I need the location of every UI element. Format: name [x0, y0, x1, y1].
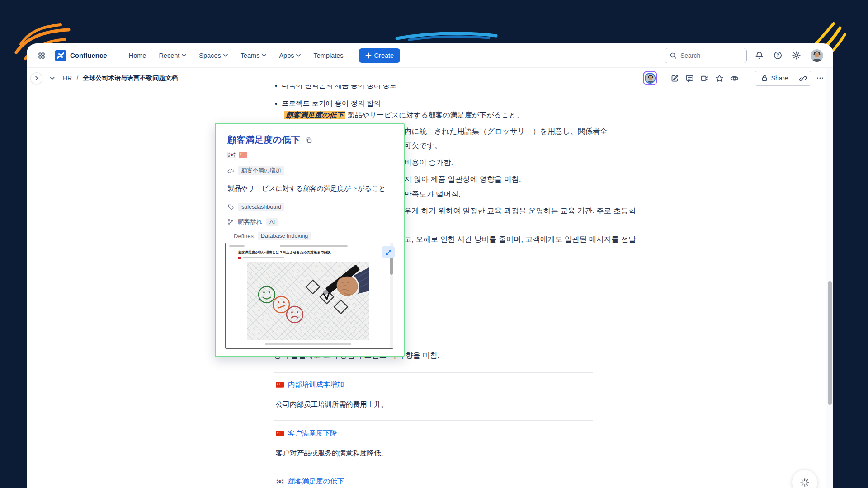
- expand-icon: [385, 249, 392, 256]
- scrollbar-track[interactable]: [826, 68, 833, 488]
- edit-icon: [670, 74, 679, 83]
- share-group: Share: [755, 71, 811, 86]
- breadcrumb-expand-button[interactable]: [48, 75, 57, 82]
- top-nav: Confluence Home Recent Spaces T: [27, 43, 833, 68]
- collaborator-avatar: [645, 73, 656, 84]
- document-text-fragment: 内に統一された用語集（グロッサリー）を用意し、関係者全: [404, 126, 608, 136]
- page-toolbar: Share: [643, 71, 826, 86]
- breadcrumb-space[interactable]: HR: [63, 75, 72, 82]
- star-icon: [715, 74, 724, 83]
- synonym-text: 顧客離れ: [238, 218, 262, 226]
- bullet-icon: •: [275, 99, 277, 109]
- glossary-entry-link-row: 内部培训成本增加: [276, 380, 344, 389]
- search-box[interactable]: [665, 48, 747, 63]
- active-collaborator-button[interactable]: [643, 71, 657, 85]
- confluence-logo: [55, 50, 66, 61]
- glossary-entry-link[interactable]: 顧客満足度の低下: [288, 477, 344, 486]
- glossary-entry-link[interactable]: 客户满意度下降: [288, 429, 337, 438]
- share-button[interactable]: Share: [755, 71, 794, 85]
- smiley-survey-illustration: [247, 262, 369, 340]
- copy-term-button[interactable]: [304, 136, 313, 145]
- glossary-highlight-line: 顧客満足度の低下 製品やサービスに対する顧客の満足度が下がること。: [284, 110, 524, 120]
- mini-browser-header-bar: [229, 245, 245, 247]
- term-image-preview[interactable]: 顧客満足度が低い理由とは？向上させるための対策まで解説: [225, 243, 393, 349]
- comment-button[interactable]: [684, 72, 696, 84]
- profile-button[interactable]: [809, 47, 825, 64]
- settings-button[interactable]: [790, 49, 802, 61]
- edit-button[interactable]: [669, 72, 681, 84]
- nav-menu: Home Recent Spaces Teams: [124, 49, 348, 62]
- help-icon: ?: [774, 51, 782, 60]
- video-icon: [700, 74, 709, 83]
- watch-button[interactable]: [728, 72, 741, 84]
- nav-item-spaces[interactable]: Spaces: [194, 49, 232, 62]
- glossary-entry-body: 公司内部员工培训所需的费用上升。: [276, 400, 388, 409]
- screen: Confluence Home Recent Spaces T: [0, 0, 868, 488]
- synonym-row: 顧客離れ AI: [227, 218, 395, 226]
- china-flag-icon: [276, 431, 284, 436]
- nav-item-home[interactable]: Home: [124, 49, 151, 62]
- eye-icon: [730, 74, 739, 83]
- defines-row: Defines Database Indexing: [234, 232, 395, 240]
- glossary-entry-body: 客户对产品或服务的满意程度降低。: [276, 449, 388, 458]
- brand[interactable]: Confluence: [55, 50, 107, 61]
- document-text-fragment: 만족도가 떨어짐.: [404, 188, 461, 199]
- document-text-fragment: 고, 오해로 인한 시간 낭비를 줄이며, 고객에게도 일관된 메시지를 전달: [404, 234, 636, 244]
- nav-left: Confluence Home Recent Spaces T: [36, 48, 400, 63]
- spinner-icon: [800, 478, 810, 488]
- app-grid-icon: [38, 52, 46, 60]
- china-flag-icon: [239, 152, 247, 158]
- nav-item-apps[interactable]: Apps: [274, 49, 305, 62]
- chevron-down-icon: [182, 54, 186, 57]
- avatar: [811, 49, 823, 62]
- highlighted-term[interactable]: 顧客満足度の低下: [284, 111, 345, 119]
- copy-link-button[interactable]: [794, 71, 811, 85]
- star-button[interactable]: [713, 72, 726, 84]
- glossary-entry-link[interactable]: 内部培训成本增加: [288, 380, 344, 389]
- toolbar-divider: [746, 73, 746, 83]
- chevron-down-icon: [50, 76, 55, 80]
- defines-chip[interactable]: Database Indexing: [258, 232, 311, 240]
- search-input[interactable]: [680, 52, 739, 59]
- korea-flag-icon: [227, 152, 236, 158]
- chevron-down-icon: [262, 54, 266, 57]
- brand-name: Confluence: [70, 52, 107, 59]
- glossary-entry-link-row: 客户满意度下降: [276, 429, 337, 438]
- help-button[interactable]: ?: [772, 49, 784, 61]
- tag-row: salesdashboard: [227, 203, 395, 211]
- notifications-button[interactable]: [753, 49, 765, 61]
- korea-flag-icon: [276, 479, 284, 484]
- scrollbar-thumb[interactable]: [828, 281, 832, 405]
- toolbar-divider: [663, 73, 663, 83]
- more-button[interactable]: [814, 72, 826, 84]
- gear-icon: [792, 51, 801, 60]
- ai-badge: AI: [266, 218, 278, 226]
- video-button[interactable]: [698, 72, 711, 84]
- term-description: 製品やサービスに対する顧客の満足度が下がること: [227, 184, 395, 193]
- related-term-chip[interactable]: 顧客不満の増加: [238, 166, 284, 175]
- nav-item-recent[interactable]: Recent: [154, 49, 191, 62]
- tag-chip[interactable]: salesdashboard: [238, 203, 284, 211]
- expand-sidebar-button[interactable]: [30, 72, 42, 84]
- mini-browser-header-bar: [280, 245, 348, 247]
- app-grid-button[interactable]: [36, 50, 47, 61]
- chevron-right-icon: [34, 76, 39, 80]
- document-text-fragment: 비용이 증가함.: [404, 157, 453, 168]
- term-definition-text: 製品やサービスに対する顧客の満足度が下がること。: [345, 111, 523, 119]
- swoosh-blue-icon: [397, 33, 496, 40]
- happy-face-icon: [259, 286, 275, 303]
- document-text-fragment: 향을 미침.: [406, 350, 439, 361]
- entry-divider: [274, 372, 593, 373]
- list-item-text: 프로젝트 초기에 용어 정의 합의: [282, 99, 381, 109]
- nav-item-templates[interactable]: Templates: [309, 49, 348, 62]
- document-text-fragment: 可欠です。: [404, 140, 442, 151]
- china-flag-icon: [276, 382, 284, 388]
- page-title: 全球公司术语与语言不致问题文档: [83, 74, 178, 82]
- create-button[interactable]: Create: [359, 48, 401, 63]
- nav-right: ?: [665, 47, 825, 64]
- tag-icon: [227, 204, 234, 211]
- expand-image-button[interactable]: [382, 246, 395, 258]
- chevron-down-icon: [296, 54, 301, 57]
- nav-item-teams[interactable]: Teams: [236, 49, 271, 62]
- bell-icon: [755, 51, 764, 60]
